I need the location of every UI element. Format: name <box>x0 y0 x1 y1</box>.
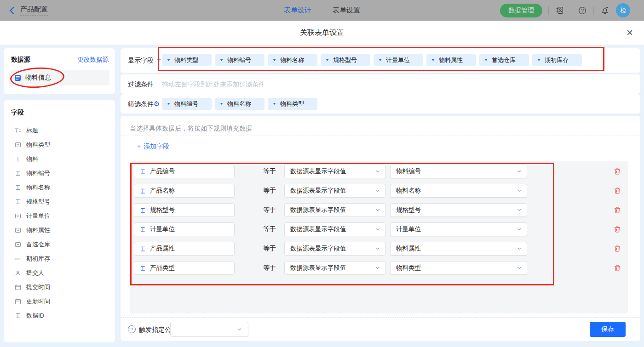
rules-footer: ? 触发指定公式 保存 <box>121 322 640 337</box>
equals-label: 等于 <box>263 245 276 253</box>
chevron-down-icon <box>236 326 242 332</box>
fields-card: 字段 标题 物料类型 物料 物料编号 物料名称 <box>4 100 115 342</box>
add-field-button[interactable]: + 添加字段 <box>137 142 169 151</box>
field-item[interactable]: 标题 <box>4 123 115 137</box>
datasource-item[interactable]: 物料信息 <box>9 70 109 85</box>
target-field-input[interactable]: 产品类型 <box>134 261 235 275</box>
chevron-down-icon <box>375 169 380 174</box>
chevron-down-icon <box>517 169 522 174</box>
source-type-select[interactable]: 数据源表显示字段值 <box>284 222 385 236</box>
divider <box>121 136 640 136</box>
target-field-input[interactable]: 规格型号 <box>134 203 235 217</box>
source-field-select[interactable]: 物料名称 <box>390 184 527 198</box>
chevron-down-icon <box>517 246 522 251</box>
field-item[interactable]: 规格型号 <box>4 194 115 209</box>
field-item[interactable]: 计量单位 <box>4 209 115 223</box>
target-field-input[interactable]: 计量单位 <box>134 222 235 236</box>
add-display-field-icon[interactable]: + <box>157 56 161 64</box>
text-field-icon <box>140 169 146 175</box>
target-field-input[interactable]: 产品名称 <box>134 184 235 198</box>
delete-row-icon[interactable] <box>614 226 621 233</box>
target-field-input[interactable]: 产品编号 <box>134 165 235 178</box>
caret-down-icon: ▼ <box>272 102 276 106</box>
change-datasource-link[interactable]: 更改数据源 <box>78 56 109 64</box>
display-field-tags: ▼物料类型 ▼物料编号 ▼物料名称 ▼规格型号 ▼计量单位 ▼物料属性 ▼首选仓… <box>162 54 582 66</box>
screening-tag[interactable]: ▼物料编号 <box>162 98 212 110</box>
source-field-select[interactable]: 规格型号 <box>390 203 527 217</box>
caret-down-icon: ▼ <box>167 58 171 62</box>
source-type-select[interactable]: 数据源表显示字段值 <box>284 203 385 217</box>
contact-book-icon[interactable] <box>555 6 565 16</box>
target-field-input[interactable]: 产品属性 <box>134 242 235 256</box>
chevron-left-icon <box>8 6 16 15</box>
field-item[interactable]: 数据ID <box>4 308 115 323</box>
text-icon <box>14 313 22 319</box>
select-icon <box>14 227 22 233</box>
text-icon <box>14 199 22 205</box>
close-icon[interactable]: × <box>627 27 633 39</box>
display-field-tag[interactable]: ▼首选仓库 <box>479 54 529 66</box>
field-item[interactable]: 提交时间 <box>4 280 115 294</box>
bell-icon[interactable] <box>600 6 610 16</box>
field-item[interactable]: 物料编号 <box>4 166 115 180</box>
screening-tag[interactable]: ▼物料名称 <box>215 98 264 110</box>
fields-list: 标题 物料类型 物料 物料编号 物料名称 规格型号 <box>4 123 115 323</box>
delete-row-icon[interactable] <box>614 168 621 175</box>
field-item[interactable]: 更新时间 <box>4 294 115 308</box>
delete-row-icon[interactable] <box>614 187 621 194</box>
display-field-tag[interactable]: ▼物料名称 <box>268 54 317 66</box>
save-button[interactable]: 保存 <box>590 322 626 337</box>
display-field-tag[interactable]: ▼期初库存 <box>532 54 582 66</box>
source-field-select[interactable]: 物料编号 <box>390 165 527 178</box>
rule-row: 产品编号 等于 数据源表显示字段值 物料编号 <box>130 165 628 178</box>
display-field-tag[interactable]: ▼物料属性 <box>426 54 476 66</box>
source-type-select[interactable]: 数据源表显示字段值 <box>284 261 385 275</box>
field-item[interactable]: 物料 <box>4 152 115 166</box>
display-field-tag[interactable]: ▼计量单位 <box>374 54 423 66</box>
field-item[interactable]: 123 期初库存 <box>4 251 115 266</box>
source-type-select[interactable]: 数据源表显示字段值 <box>284 165 385 178</box>
display-field-tag[interactable]: ▼规格型号 <box>321 54 370 66</box>
source-type-select[interactable]: 数据源表显示字段值 <box>284 242 385 256</box>
select-icon <box>14 241 22 248</box>
delete-row-icon[interactable] <box>614 264 621 272</box>
avatar[interactable]: 检 <box>616 3 630 17</box>
display-field-tag[interactable]: ▼物料编号 <box>215 54 264 66</box>
caret-down-icon: ▼ <box>431 58 435 62</box>
tab-form-settings[interactable]: 表单设置 <box>333 6 360 15</box>
field-item[interactable]: 物料名称 <box>4 180 115 194</box>
select-icon <box>14 213 22 219</box>
screening-tag[interactable]: ▼物料类型 <box>268 98 317 110</box>
help-icon[interactable]: ? <box>577 6 587 16</box>
chevron-down-icon <box>517 188 522 193</box>
formula-select[interactable] <box>170 322 248 337</box>
form-doc-icon <box>14 74 21 81</box>
source-field-select[interactable]: 计量单位 <box>390 222 527 236</box>
chevron-down-icon <box>375 246 380 251</box>
source-type-select[interactable]: 数据源表显示字段值 <box>284 184 385 198</box>
filter-dropzone[interactable]: 拖动左侧字段到此处来添加过滤条件 <box>162 80 265 89</box>
display-field-tag[interactable]: ▼物料类型 <box>162 54 212 66</box>
gear-icon[interactable]: ⚙ <box>154 100 160 108</box>
question-circle-icon[interactable]: ? <box>128 325 136 333</box>
tab-form-design[interactable]: 表单设计 <box>284 6 311 15</box>
rules-hint: 当选择具体数据后，将按如下规则填充数据 <box>130 125 252 133</box>
field-item[interactable]: 提交人 <box>4 266 115 280</box>
text-icon <box>14 184 22 191</box>
field-item[interactable]: 物料类型 <box>4 137 115 152</box>
back-nav[interactable]: 产品配置 <box>0 5 48 16</box>
svg-text:?: ? <box>581 8 584 13</box>
chevron-down-icon <box>375 207 380 213</box>
text-field-icon <box>140 188 146 194</box>
datasource-title: 数据源 <box>11 56 30 64</box>
source-field-select[interactable]: 物料属性 <box>390 242 527 256</box>
data-manage-button[interactable]: 数据管理 <box>500 4 542 17</box>
source-field-select[interactable]: 物料类型 <box>390 261 527 275</box>
field-item[interactable]: 物料属性 <box>4 223 115 237</box>
delete-row-icon[interactable] <box>614 206 621 214</box>
fields-title: 字段 <box>4 108 115 117</box>
calendar-icon <box>14 298 22 305</box>
delete-row-icon[interactable] <box>614 245 621 252</box>
field-item[interactable]: 首选仓库 <box>4 237 115 251</box>
modal-title: 关联表单设置 <box>0 21 644 45</box>
